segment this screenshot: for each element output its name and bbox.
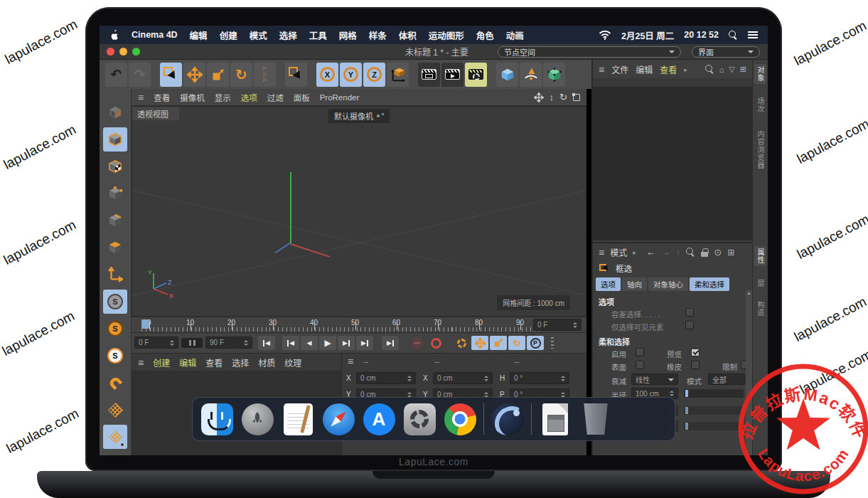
menubar-item[interactable]: 选择 xyxy=(279,28,297,42)
menubar-item[interactable]: 体积 xyxy=(399,28,417,42)
dock-item-appstore[interactable]: A xyxy=(362,401,396,437)
back-icon[interactable]: ← xyxy=(646,247,655,258)
spline-pen-button[interactable] xyxy=(520,63,542,87)
scroll-up-icon[interactable]: ▲ xyxy=(746,290,751,295)
lock-workplane-button[interactable] xyxy=(103,425,127,449)
keyframe-selection-button[interactable] xyxy=(453,336,470,350)
timeline-ruler[interactable]: 0 10 20 30 40 50 60 70 80 90 0 F xyxy=(132,317,586,333)
viewport-menu-item[interactable]: 查看 xyxy=(154,92,170,103)
material-menu-icon[interactable]: ≡ xyxy=(138,358,144,368)
play-button[interactable]: ▶ xyxy=(319,336,336,350)
search-icon[interactable] xyxy=(705,65,714,74)
tab-layers[interactable]: 层 xyxy=(754,277,766,290)
zoom-button[interactable] xyxy=(132,48,140,55)
preview-range-slider[interactable] xyxy=(181,338,203,348)
current-frame-field[interactable]: 0 F xyxy=(533,319,582,331)
goto-end-button[interactable]: ▶ xyxy=(382,336,399,350)
next-frame-button[interactable]: ▶ xyxy=(338,336,355,350)
viewport-menu-item[interactable]: 摄像机 xyxy=(180,92,205,103)
move-tool[interactable] xyxy=(183,63,205,87)
menubar-item[interactable]: 角色 xyxy=(476,28,494,42)
subdivision-surface-button[interactable] xyxy=(543,63,565,87)
minimize-button[interactable] xyxy=(119,48,127,55)
y-axis-lock-button[interactable]: Y xyxy=(340,63,362,87)
viewport-menu-item-active[interactable]: 选项 xyxy=(241,92,257,103)
viewport-menu-item[interactable]: 显示 xyxy=(215,92,231,103)
menubar-item[interactable]: 工具 xyxy=(309,28,327,42)
range-end-field[interactable]: 90 F xyxy=(205,337,252,349)
render-settings-button[interactable] xyxy=(465,63,487,87)
key-parameter-button[interactable]: P xyxy=(527,336,544,350)
range-start-field[interactable]: 0 F xyxy=(134,337,178,349)
menubar-item[interactable]: 模式 xyxy=(250,28,267,42)
viewport-menu-item[interactable]: 过滤 xyxy=(267,92,284,103)
goto-prev-key-button[interactable]: ◀ xyxy=(282,336,299,350)
view-label[interactable]: 透视视图 xyxy=(132,107,179,120)
material-menu-item[interactable]: 材质 xyxy=(258,356,275,369)
tab-structure[interactable]: 构造 xyxy=(754,299,766,319)
material-menu-item[interactable]: 纹理 xyxy=(284,356,301,369)
target-icon[interactable]: ⊙ xyxy=(714,247,722,258)
material-menu-item[interactable]: 编辑 xyxy=(179,356,196,369)
coordinate-system-button[interactable] xyxy=(387,63,409,87)
up-icon[interactable]: ↑ xyxy=(676,247,681,258)
make-editable-button[interactable] xyxy=(103,100,127,124)
menubar-time[interactable]: 20 12 52 xyxy=(684,30,719,40)
menubar-item[interactable]: 网格 xyxy=(339,28,357,42)
rubber-checkbox[interactable] xyxy=(691,361,700,369)
palette-menu-button[interactable]: ≡ xyxy=(112,452,119,455)
tolerance-checkbox[interactable] xyxy=(685,308,694,317)
redo-button[interactable]: ↷ xyxy=(129,63,151,87)
visible-only-checkbox[interactable] xyxy=(685,321,694,329)
dock-item-finder[interactable] xyxy=(200,401,234,437)
apple-icon[interactable] xyxy=(109,29,119,41)
material-menu-item[interactable]: 查看 xyxy=(205,356,223,369)
add-cube-button[interactable] xyxy=(496,63,518,87)
viewport-menu-icon[interactable]: ≡ xyxy=(138,92,144,102)
selection-tool[interactable] xyxy=(285,63,307,87)
polygon-mode-button[interactable] xyxy=(103,235,127,260)
render-picture-viewer-button[interactable] xyxy=(441,63,464,87)
dock-item-launchpad[interactable] xyxy=(240,401,274,437)
lock-icon[interactable] xyxy=(701,252,708,257)
rotate-tool[interactable]: ↻ xyxy=(230,63,252,87)
mode-menu[interactable]: 模式 xyxy=(610,246,627,258)
viewport-menu-item[interactable]: ProRender xyxy=(320,93,360,102)
camera-label[interactable]: 默认摄像机 xyxy=(328,109,390,123)
menubar-date[interactable]: 2月25日 周二 xyxy=(621,28,674,42)
rot-h-field[interactable]: 0 ° xyxy=(510,372,569,384)
search-icon[interactable] xyxy=(686,248,695,257)
object-list[interactable] xyxy=(593,88,752,240)
render-view-button[interactable] xyxy=(418,63,440,87)
model-mode-button[interactable] xyxy=(103,127,127,152)
attribute-menu-icon[interactable]: ≡ xyxy=(599,248,604,258)
dock-item-safari[interactable] xyxy=(321,401,355,437)
close-button[interactable] xyxy=(107,48,114,55)
dock-item-settings[interactable] xyxy=(402,401,436,437)
enable-checkbox[interactable] xyxy=(636,348,644,356)
menu-overflow-icon[interactable]: ▸ xyxy=(684,66,687,73)
pos-x-field[interactable]: 0 cm xyxy=(356,372,416,384)
key-position-button[interactable] xyxy=(471,336,488,350)
object-menu-icon[interactable]: ≡ xyxy=(599,65,604,75)
node-space-dropdown[interactable]: 节点空间 xyxy=(498,46,681,58)
falloff-dropdown[interactable]: 线性 xyxy=(631,374,678,385)
object-menu-item[interactable]: 文件 xyxy=(611,63,628,75)
prev-frame-button[interactable]: ◀ xyxy=(301,336,318,350)
dolly-view-icon[interactable]: ↕ xyxy=(550,92,554,102)
live-selection-tool[interactable] xyxy=(160,63,182,87)
pan-view-icon[interactable] xyxy=(534,92,544,102)
menu-overflow-icon[interactable]: ▸ xyxy=(633,249,636,256)
material-menu-item[interactable]: 选择 xyxy=(232,356,249,369)
forward-icon[interactable]: → xyxy=(661,247,670,258)
dock-item-textedit[interactable] xyxy=(281,401,315,437)
dock-item-chrome[interactable] xyxy=(443,401,477,437)
spinner-icon[interactable] xyxy=(573,320,577,330)
object-menu-item[interactable]: 编辑 xyxy=(636,63,653,75)
record-key-button[interactable] xyxy=(409,336,426,350)
menubar-item[interactable]: 创建 xyxy=(220,28,237,42)
surface-checkbox[interactable] xyxy=(636,361,644,369)
viewport-solo-single-button[interactable]: S xyxy=(103,317,127,341)
coord-menu-icon[interactable]: ≡ xyxy=(348,356,353,366)
psr-tool[interactable]: PSR xyxy=(254,63,276,87)
